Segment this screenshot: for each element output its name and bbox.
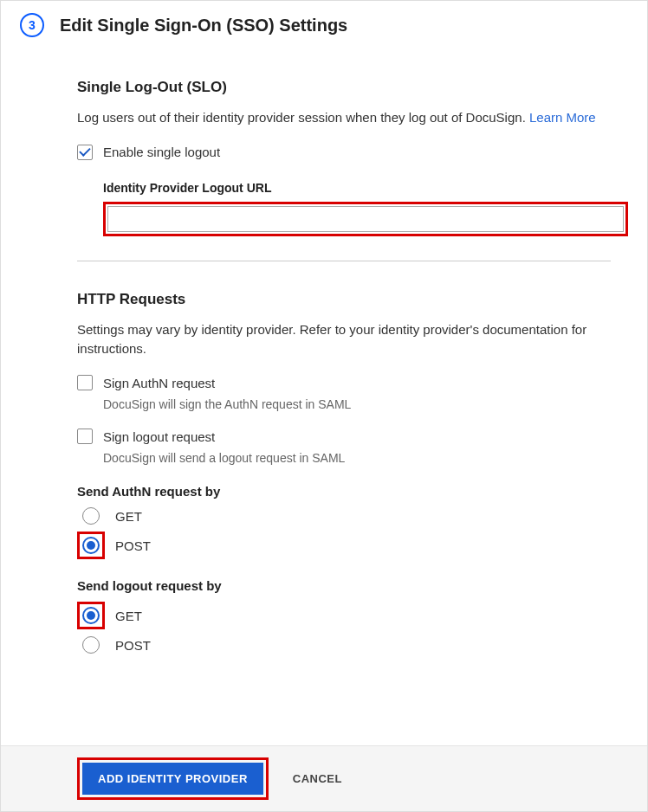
authn-post-radio[interactable] bbox=[82, 537, 100, 554]
sign-logout-checkbox[interactable] bbox=[77, 429, 93, 444]
sign-logout-help: DocuSign will send a logout request in S… bbox=[103, 451, 611, 465]
authn-post-row: POST bbox=[77, 532, 611, 559]
slo-section: Single Log-Out (SLO) Log users out of th… bbox=[77, 79, 611, 654]
http-title: HTTP Requests bbox=[77, 291, 611, 308]
sign-authn-checkbox[interactable] bbox=[77, 375, 93, 390]
sign-logout-label: Sign logout request bbox=[103, 429, 215, 444]
logout-post-radio[interactable] bbox=[82, 636, 100, 654]
highlight-authn-post bbox=[77, 532, 105, 559]
learn-more-link[interactable]: Learn More bbox=[529, 110, 596, 125]
logout-url-field: Identity Provider Logout URL bbox=[103, 181, 611, 236]
enable-slo-checkbox[interactable] bbox=[77, 145, 93, 160]
page-title: Edit Single Sign-On (SSO) Settings bbox=[60, 16, 347, 35]
logout-get-row: GET bbox=[77, 602, 611, 629]
sign-authn-label: Sign AuthN request bbox=[103, 376, 215, 390]
logout-url-label: Identity Provider Logout URL bbox=[103, 181, 611, 195]
highlight-primary-button: ADD IDENTITY PROVIDER bbox=[77, 757, 269, 800]
slo-title: Single Log-Out (SLO) bbox=[77, 79, 611, 96]
step-number: 3 bbox=[29, 18, 36, 32]
authn-get-radio[interactable] bbox=[82, 507, 100, 525]
sign-logout-row: Sign logout request bbox=[77, 429, 611, 444]
send-logout-title: Send logout request by bbox=[77, 578, 611, 593]
panel-header: 3 Edit Single Sign-On (SSO) Settings bbox=[20, 13, 628, 37]
highlight-logout-url bbox=[103, 202, 628, 236]
authn-post-label: POST bbox=[115, 538, 151, 553]
section-divider bbox=[77, 261, 611, 261]
add-identity-provider-button[interactable]: ADD IDENTITY PROVIDER bbox=[82, 763, 263, 795]
authn-get-label: GET bbox=[115, 509, 142, 524]
enable-slo-row: Enable single logout bbox=[77, 145, 611, 160]
cancel-button[interactable]: CANCEL bbox=[293, 772, 342, 785]
settings-panel: 3 Edit Single Sign-On (SSO) Settings Sin… bbox=[0, 0, 648, 812]
logout-post-row: POST bbox=[77, 636, 611, 654]
sign-authn-row: Sign AuthN request bbox=[77, 375, 611, 390]
slo-description: Log users out of their identity provider… bbox=[77, 108, 611, 127]
enable-slo-label: Enable single logout bbox=[103, 145, 220, 159]
send-authn-title: Send AuthN request by bbox=[77, 484, 611, 499]
logout-post-label: POST bbox=[115, 638, 151, 653]
http-description: Settings may vary by identity provider. … bbox=[77, 320, 611, 358]
sign-authn-help: DocuSign will sign the AuthN request in … bbox=[103, 397, 611, 411]
footer-bar: ADD IDENTITY PROVIDER CANCEL bbox=[1, 745, 647, 811]
logout-get-label: GET bbox=[115, 609, 142, 623]
content-area: 3 Edit Single Sign-On (SSO) Settings Sin… bbox=[1, 1, 647, 654]
logout-url-input[interactable] bbox=[107, 206, 624, 232]
step-indicator: 3 bbox=[20, 13, 44, 37]
authn-get-row: GET bbox=[77, 507, 611, 525]
logout-get-radio[interactable] bbox=[82, 607, 100, 624]
highlight-logout-get bbox=[77, 602, 105, 629]
